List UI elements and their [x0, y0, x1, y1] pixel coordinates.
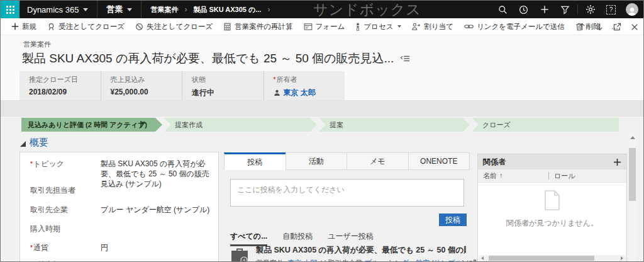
- post-user-link[interactable]: 東京 太郎: [287, 259, 317, 262]
- field-label: 状態: [192, 75, 261, 84]
- form-selector-button[interactable]: フォーム: [304, 22, 345, 31]
- bpf-stage-propose[interactable]: 提案: [319, 118, 470, 132]
- owner-link[interactable]: 東京 太郎: [284, 88, 316, 98]
- close-as-won-button[interactable]: 受注としてクローズ: [47, 22, 125, 31]
- field-value[interactable]: 製品 SKU AX305 の再入荷が必要、最低でも 25 ～ 50 個の販売見込…: [101, 159, 212, 189]
- advanced-find-button[interactable]: [555, 1, 575, 18]
- header-fields: 推定クローズ日 2018/02/09 売上見込み ¥25,000.00 状態 進…: [19, 71, 345, 100]
- user-menu-button[interactable]: [621, 1, 642, 18]
- tab-activities[interactable]: 活動: [286, 152, 348, 170]
- post-account-link[interactable]: ブルー ヤンダー航空 (サンプル): [365, 259, 465, 262]
- breadcrumb-entity[interactable]: 営業案件: [150, 5, 178, 14]
- stakeholders-header: 関係者: [478, 154, 626, 169]
- settings-button[interactable]: [580, 1, 601, 18]
- collapse-triangle-icon: [20, 141, 26, 147]
- process-menu-button[interactable]: プロセス: [355, 22, 401, 31]
- field-label: 売上見込み: [111, 75, 180, 84]
- area-switcher[interactable]: 営業: [97, 1, 142, 18]
- previous-record-button[interactable]: [578, 23, 586, 31]
- field-label: 推定クローズ日: [29, 75, 98, 84]
- recalculate-button[interactable]: 営業案件の再計算: [223, 22, 292, 31]
- filter-funnel-icon: [560, 5, 570, 14]
- search-button[interactable]: [492, 1, 513, 18]
- section-title: 概要: [30, 137, 48, 149]
- post-title[interactable]: 製品 SKU AX305 の再入荷が必要、最低でも 25 ～ 50 個の販売見込…: [256, 245, 466, 256]
- scroll-up-icon[interactable]: [630, 136, 635, 139]
- assign-person-icon: [412, 23, 421, 31]
- breadcrumb-record[interactable]: 製品 SKU AX305 の...: [193, 5, 261, 14]
- record-title: 製品 SKU AX305 の再入荷が必要、最低でも 25 ～ 50 個の販売見込…: [22, 50, 410, 67]
- scrollbar-thumb[interactable]: [629, 148, 636, 201]
- chevron-down-icon: [127, 8, 132, 11]
- popout-button[interactable]: [613, 23, 621, 31]
- filter-tab-all[interactable]: すべての...: [230, 231, 267, 246]
- header-field-est-revenue: 売上見込み ¥25,000.00: [101, 71, 182, 100]
- bpf-stage-qualify[interactable]: 見込みありと評価 (2 時間 アクティブ): [21, 118, 162, 132]
- column-name[interactable]: 名前 ↑: [483, 171, 548, 181]
- post-submit-button[interactable]: 投稿: [439, 214, 467, 226]
- required-marker: *: [30, 244, 33, 251]
- column-divider: [548, 172, 549, 179]
- quick-create-button[interactable]: [534, 1, 555, 18]
- breadcrumb: 営業案件 › 製品 SKU AX305 の... ›: [142, 1, 279, 18]
- stakeholders-panel: 関係者 名前 ↑ ロール 関係者が見つかりません。: [477, 154, 627, 262]
- field-value[interactable]: ¥16,000.00: [101, 259, 212, 262]
- calculator-icon: [223, 23, 231, 31]
- command-bar: 新規 受注としてクローズ 失注としてクローズ 営業案件の再計算 フォーム プロセ…: [1, 18, 643, 35]
- header-field-est-close-date: 推定クローズ日 2018/02/09: [19, 71, 101, 100]
- field-value: 東京 太郎: [274, 88, 343, 98]
- required-marker: *: [30, 161, 33, 168]
- field-value[interactable]: 進行中: [192, 88, 261, 98]
- assign-button[interactable]: 割り当て: [412, 22, 453, 31]
- post-composer-input[interactable]: [230, 179, 464, 207]
- blocked-icon: [135, 23, 143, 31]
- page-vertical-scrollbar[interactable]: [628, 133, 636, 262]
- field-value[interactable]: 2018/02/09: [29, 88, 98, 96]
- filter-tab-user[interactable]: ユーザー投稿: [328, 231, 374, 246]
- tab-posts[interactable]: 投稿: [224, 152, 286, 170]
- header-field-status: 状態 進行中: [182, 71, 264, 100]
- avatar: [626, 3, 638, 16]
- help-icon: ?: [606, 5, 616, 14]
- bpf-stage-close[interactable]: クローズ: [472, 118, 619, 132]
- field-purchase-timeframe: 購入時期: [30, 224, 212, 234]
- scrollbar-thumb[interactable]: [489, 256, 594, 261]
- panel-horizontal-scrollbar[interactable]: [479, 255, 626, 261]
- recent-items-button[interactable]: [513, 1, 534, 18]
- record-set-navigator-icon[interactable]: [400, 54, 410, 63]
- field-value-empty[interactable]: [101, 185, 212, 196]
- header-field-owner: *所有者 東京 太郎: [264, 71, 345, 100]
- record-navigation-controls: [578, 18, 638, 35]
- account-link[interactable]: ブルー ヤンダー航空 (サンプル): [101, 205, 212, 215]
- new-button[interactable]: 新規: [11, 22, 36, 31]
- tab-notes[interactable]: メモ: [347, 152, 409, 170]
- field-label: 購入時期: [30, 224, 101, 234]
- add-stakeholder-button[interactable]: [613, 158, 621, 166]
- field-value[interactable]: ¥25,000.00: [111, 88, 180, 96]
- app-name-menu[interactable]: Dynamics 365: [19, 1, 97, 18]
- help-button[interactable]: ?: [601, 1, 621, 18]
- close-as-lost-button[interactable]: 失注としてクローズ: [135, 22, 213, 31]
- summary-section-header[interactable]: 概要: [20, 137, 48, 149]
- column-role[interactable]: ロール: [554, 171, 575, 181]
- field-label: *トピック: [30, 159, 101, 189]
- tab-onenote[interactable]: ONENOTE: [408, 152, 470, 170]
- topnav-icon-group: ?: [492, 1, 642, 18]
- field-value-empty[interactable]: [101, 224, 212, 234]
- close-button[interactable]: [631, 23, 638, 31]
- next-record-button[interactable]: [596, 23, 604, 31]
- scroll-left-icon[interactable]: [481, 256, 484, 260]
- bpf-stage-develop[interactable]: 提案作成: [164, 118, 317, 132]
- email-link-button[interactable]: リンクを電子メールで送信: [464, 22, 565, 31]
- business-process-flow: 見込みありと評価 (2 時間 アクティブ) 提案作成 提案 クローズ: [1, 118, 643, 132]
- post-list-item: 製品 SKU AX305 の再入荷が必要、最低でも 25 ～ 50 個の販売見込…: [230, 245, 468, 262]
- app-name: Dynamics 365: [27, 5, 79, 14]
- field-label: *通貨: [30, 242, 101, 253]
- waffle-icon: [6, 6, 14, 14]
- app-launcher-button[interactable]: [1, 1, 19, 18]
- currency-link[interactable]: 円: [101, 242, 212, 253]
- plus-icon: [11, 23, 19, 30]
- chevron-down-icon: [397, 25, 401, 28]
- filter-tab-auto[interactable]: 自動投稿: [282, 231, 313, 246]
- scroll-right-icon[interactable]: [621, 256, 623, 260]
